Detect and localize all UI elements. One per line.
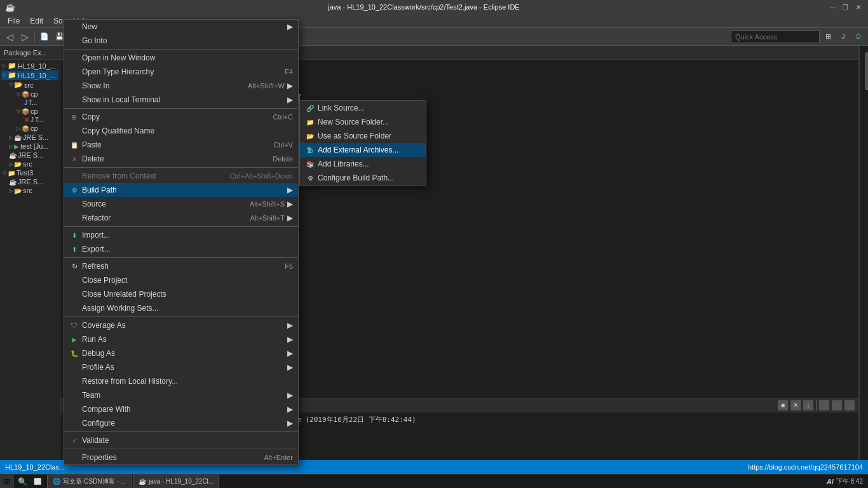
cm-import[interactable]: ⬇ Import... bbox=[64, 228, 298, 242]
cm-compare-with[interactable]: Compare With ▶ bbox=[64, 402, 298, 416]
cm-validate[interactable]: ✓ Validate bbox=[64, 433, 298, 447]
toolbar-java[interactable]: J bbox=[836, 30, 850, 44]
cm-export[interactable]: ⬆ Export... bbox=[64, 242, 298, 256]
sm-add-archives[interactable]: 🗜 Add External Archives... bbox=[300, 143, 426, 157]
cm-configure[interactable]: Configure ▶ bbox=[64, 416, 298, 430]
sm-configure-build[interactable]: ⚙ Configure Build Path... bbox=[300, 171, 426, 185]
cm-profile-as[interactable]: Profile As ▶ bbox=[64, 360, 298, 374]
cm-new[interactable]: New ▶ bbox=[64, 20, 298, 34]
cm-remove-context[interactable]: Remove from Context Ctrl+Alt+Shift+Down bbox=[64, 169, 298, 183]
console-clear-btn[interactable]: ✕ bbox=[790, 400, 801, 410]
start-button[interactable]: ⊞ bbox=[0, 475, 14, 489]
cm-copy[interactable]: ⎘ Copy Ctrl+C bbox=[64, 110, 298, 124]
sm-add-libraries[interactable]: 📚 Add Libraries... bbox=[300, 157, 426, 171]
cm-restore-history[interactable]: Restore from Local History... bbox=[64, 374, 298, 388]
tree-item-jre3[interactable]: ☕ JRE S... bbox=[1, 177, 58, 186]
cm-copy-qualified[interactable]: Copy Qualified Name bbox=[64, 124, 298, 138]
tree-arrow-src2: ▷ bbox=[9, 161, 13, 167]
toolbar-new[interactable]: 📄 bbox=[37, 30, 51, 44]
tree-item-hl19-2[interactable]: ▽ 📁 HL19_10_... bbox=[1, 71, 58, 80]
toolbar-perspective[interactable]: ⊞ bbox=[821, 30, 835, 44]
console-stop-btn[interactable]: ■ bbox=[778, 400, 788, 410]
close-button[interactable]: ✕ bbox=[854, 3, 863, 11]
scrollbar-thumb[interactable] bbox=[865, 52, 868, 90]
sm-use-source-folder[interactable]: 📂 Use as Source Folder bbox=[300, 129, 426, 143]
taskbar-chrome[interactable]: 🌐 写文章-CSDN博客 - ... bbox=[47, 475, 132, 489]
tree-item-file1[interactable]: J T... bbox=[1, 98, 58, 107]
sm-link-source[interactable]: 🔗 Link Source... bbox=[300, 101, 426, 115]
menu-edit[interactable]: Edit bbox=[25, 15, 48, 27]
tree-item-src2[interactable]: ▷ 📂 src bbox=[1, 159, 58, 168]
tree-arrow-2: ▽ bbox=[3, 72, 6, 78]
sm-new-source-folder[interactable]: 📁 New Source Folder... bbox=[300, 115, 426, 129]
tree-item-cp2[interactable]: ▽ 📦 cp bbox=[1, 107, 58, 116]
cm-paste[interactable]: 📋 Paste Ctrl+V bbox=[64, 138, 298, 152]
tree-arrow-cp2: ▽ bbox=[17, 109, 20, 114]
cm-refresh[interactable]: ↻ Refresh F5 bbox=[64, 259, 298, 273]
toolbar-back[interactable]: ◁ bbox=[3, 30, 17, 44]
file-icon-1: J bbox=[24, 99, 27, 106]
cm-open-hierarchy[interactable]: Open Type Hierarchy F4 bbox=[64, 65, 298, 79]
clock: 下午 8:42 bbox=[836, 477, 863, 486]
tree-item-file2[interactable]: ✕ J T... bbox=[1, 116, 58, 124]
cm-close-project[interactable]: Close Project bbox=[64, 273, 298, 287]
build-path-submenu[interactable]: 🔗 Link Source... 📁 New Source Folder... … bbox=[299, 100, 426, 186]
maximize-button[interactable]: ❐ bbox=[841, 3, 850, 11]
tree-item-jre2[interactable]: ☕ JRE S... bbox=[1, 151, 58, 159]
sm-link-source-label: Link Source... bbox=[318, 104, 364, 112]
cm-go-into[interactable]: Go Into bbox=[64, 34, 298, 48]
cm-properties-shortcut: Alt+Enter bbox=[251, 454, 293, 461]
toolbar-forward[interactable]: ▷ bbox=[18, 30, 32, 44]
cm-refactor[interactable]: Refactor Alt+Shift+T ▶ bbox=[64, 211, 298, 225]
console-btn-2[interactable] bbox=[832, 400, 842, 410]
tree-item-test[interactable]: ▷ ▶ test [Ju... bbox=[1, 142, 58, 151]
tree-item-src[interactable]: ▽ 📂 src bbox=[1, 80, 58, 90]
toolbar-debug-view[interactable]: D bbox=[851, 30, 865, 44]
src2-icon: 📂 bbox=[14, 161, 22, 168]
tree-item-cp3[interactable]: ▷ 📦 cp bbox=[1, 124, 58, 133]
test3-icon: 📁 bbox=[8, 170, 15, 177]
cm-show-terminal[interactable]: Show in Local Terminal ▶ bbox=[64, 93, 298, 107]
remove-icon bbox=[69, 171, 79, 181]
cm-close-unrelated[interactable]: Close Unrelated Projects bbox=[64, 287, 298, 301]
minimize-button[interactable]: — bbox=[829, 3, 837, 11]
cm-paste-label: Paste bbox=[82, 140, 261, 149]
tree-item-src3[interactable]: ▷ 📂 src bbox=[1, 186, 58, 195]
cm-show-in[interactable]: Show In Alt+Shift+W ▶ bbox=[64, 79, 298, 93]
cm-build-path[interactable]: ⚙ Build Path ▶ 🔗 Link Source... 📁 New So… bbox=[64, 183, 298, 197]
quick-access-input[interactable] bbox=[731, 30, 820, 43]
console-btn-3[interactable] bbox=[844, 400, 855, 410]
tree-label-cp2: cp bbox=[31, 107, 38, 115]
go-into-icon bbox=[69, 36, 79, 46]
taskbar-eclipse[interactable]: ☕ java - HL19_10_22Cl... bbox=[133, 475, 219, 489]
taskbar-task-view[interactable]: ⬜ bbox=[31, 475, 44, 489]
cm-run-as[interactable]: ▶ Run As ▶ bbox=[64, 332, 298, 346]
cm-run-as-arrow: ▶ bbox=[287, 335, 293, 344]
cm-source[interactable]: Source Alt+Shift+S ▶ bbox=[64, 197, 298, 211]
console-btn-1[interactable] bbox=[819, 400, 829, 410]
cm-properties[interactable]: Properties Alt+Enter bbox=[64, 451, 298, 464]
menu-file[interactable]: File bbox=[3, 15, 25, 27]
tree-item-test3[interactable]: ▽ 📁 Test3 bbox=[1, 168, 58, 177]
taskbar-search[interactable]: 🔍 bbox=[15, 475, 29, 489]
tree-item-cp1[interactable]: ▽ 📦 cp bbox=[1, 90, 58, 98]
cm-open-window[interactable]: Open in New Window bbox=[64, 51, 298, 65]
cm-sep-4 bbox=[64, 226, 298, 227]
cm-debug-as[interactable]: 🐛 Debug As ▶ bbox=[64, 346, 298, 360]
tree-label-jre3: JRE S... bbox=[18, 178, 43, 186]
cm-coverage[interactable]: 🛡 Coverage As ▶ bbox=[64, 318, 298, 332]
cm-team[interactable]: Team ▶ bbox=[64, 388, 298, 402]
tree-item-jre[interactable]: ▷ ☕ JRE S... bbox=[1, 133, 58, 142]
add-libraries-icon: 📚 bbox=[305, 159, 315, 169]
run-as-icon: ▶ bbox=[69, 334, 79, 344]
cm-configure-arrow: ▶ bbox=[287, 419, 293, 428]
sidebar-header: Package Ex... bbox=[0, 46, 60, 60]
tree-item-hl19-1[interactable]: ▷ 📁 HL19_10_... bbox=[1, 61, 58, 71]
cm-working-sets[interactable]: Assign Working Sets... bbox=[64, 301, 298, 315]
context-menu[interactable]: New ▶ Go Into Open in New Window Open Ty… bbox=[64, 19, 299, 465]
package-explorer: Package Ex... ▷ 📁 HL19_10_... ▽ 📁 HL19_1… bbox=[0, 46, 60, 474]
tree-arrow-cp3: ▷ bbox=[17, 126, 20, 132]
console-scroll-btn[interactable]: ↓ bbox=[803, 400, 813, 410]
cm-delete[interactable]: ✕ Delete Delete bbox=[64, 152, 298, 166]
team-icon bbox=[69, 390, 79, 400]
